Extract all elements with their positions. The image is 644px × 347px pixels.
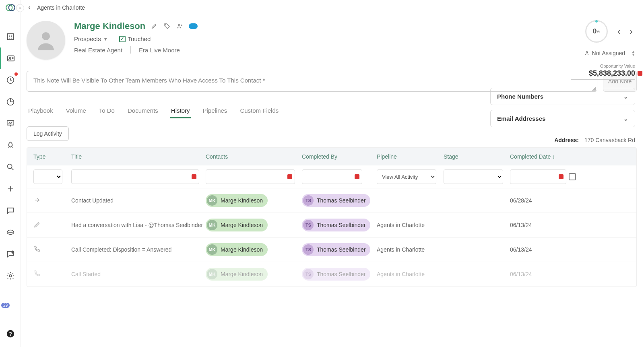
svg-point-7	[7, 164, 12, 169]
svg-point-13	[165, 25, 166, 25]
table-row[interactable]: Call StartedMKMarge KindlesonTSThomas Se…	[27, 262, 636, 287]
sidebar-item-help[interactable]: ?	[0, 323, 21, 345]
column-header-type[interactable]: Type	[33, 153, 71, 160]
share-contact-button[interactable]	[176, 22, 184, 30]
row-date: 06/13/24	[510, 246, 630, 253]
clear-icon[interactable]	[638, 71, 642, 76]
tag-icon	[164, 23, 170, 29]
sidebar-item-activity[interactable]	[0, 69, 21, 91]
avatar-initials: TS	[303, 269, 314, 279]
tab-custom-fields[interactable]: Custom Fields	[239, 104, 279, 118]
sidebar-count-badge: 29	[1, 303, 10, 308]
user-chip[interactable]: TSThomas Seelbinder	[302, 268, 370, 281]
email-addresses-accordion[interactable]: Email Addresses ⌄	[490, 110, 635, 127]
contact-chip[interactable]: MKMarge Kindleson	[206, 219, 268, 231]
column-header-contacts[interactable]: Contacts	[206, 153, 302, 160]
row-title: Had a conversation with Lisa - @Thomas S…	[71, 222, 206, 228]
clear-icon[interactable]	[355, 174, 359, 179]
sidebar-item-compass[interactable]	[0, 221, 21, 243]
table-row[interactable]: Call Completed: Disposition = AnsweredMK…	[27, 238, 636, 262]
sort-icon: ▲▼	[632, 50, 635, 56]
chat-icon	[6, 206, 15, 215]
clear-icon[interactable]	[287, 174, 292, 179]
clear-icon[interactable]	[192, 174, 196, 179]
row-date: 06/13/24	[510, 222, 630, 228]
calendar-icon[interactable]	[569, 173, 576, 180]
phone-icon	[33, 246, 41, 254]
table-row[interactable]: Contact UpdatedMKMarge KindlesonTSThomas…	[27, 188, 636, 213]
contact-card-icon	[6, 54, 15, 63]
user-chip[interactable]: TSThomas Seelbinder	[302, 219, 370, 231]
tab-playbook[interactable]: Playbook	[27, 104, 54, 118]
sidebar-item-reports[interactable]	[0, 91, 21, 113]
accordion-label: Phone Numbers	[497, 93, 543, 100]
sidebar-item-building[interactable]	[0, 26, 21, 48]
contact-role: Real Estate Agent	[74, 47, 122, 54]
filter-contacts-input[interactable]	[206, 169, 295, 184]
contact-chip-name: Marge Kindleson	[221, 246, 263, 253]
contact-avatar[interactable]	[27, 21, 65, 60]
svg-rect-3	[8, 56, 14, 61]
chevron-down-icon: ⌄	[623, 116, 628, 122]
assigned-to-dropdown[interactable]: Not Assigned ▲▼	[584, 50, 635, 56]
filter-title-input[interactable]	[71, 169, 199, 184]
tab-todo[interactable]: To Do	[98, 104, 116, 118]
sidebar-item-launch[interactable]	[0, 134, 21, 156]
tab-history[interactable]: History	[170, 104, 191, 118]
contact-chip[interactable]: MKMarge Kindleson	[206, 268, 268, 281]
contact-chip-name: Marge Kindleson	[221, 222, 263, 228]
presentation-icon	[6, 119, 15, 128]
person-icon	[34, 28, 58, 52]
svg-point-14	[178, 24, 180, 26]
table-row[interactable]: Had a conversation with Lisa - @Thomas S…	[27, 213, 636, 238]
column-header-pipeline[interactable]: Pipeline	[377, 153, 444, 160]
tag-button[interactable]	[163, 22, 171, 30]
user-chip[interactable]: TSThomas Seelbinder	[302, 194, 370, 207]
contact-company: Era Live Moore	[139, 47, 180, 54]
filter-completedby-input[interactable]	[302, 169, 362, 184]
user-chip-name: Thomas Seelbinder	[317, 246, 365, 253]
sidebar-collapse-toggle[interactable]: »	[16, 4, 24, 12]
sidebar-item-settings[interactable]	[0, 265, 21, 287]
tab-documents[interactable]: Documents	[127, 104, 159, 118]
column-header-completed-date[interactable]: Completed Date↓	[510, 153, 630, 160]
filter-date-input[interactable]	[510, 169, 566, 184]
address-value[interactable]: 170 Canvasback Rd	[584, 137, 635, 143]
filter-stage-select[interactable]	[444, 169, 503, 184]
left-sidebar: »	[0, 0, 21, 347]
pie-chart-icon	[6, 97, 15, 106]
opportunity-label: Opportunity Value	[600, 64, 635, 68]
sidebar-item-ai[interactable]	[0, 243, 21, 265]
sidebar-item-contacts[interactable]	[0, 48, 21, 69]
clear-icon[interactable]	[559, 174, 564, 179]
pencil-icon	[33, 221, 41, 229]
tab-volume[interactable]: Volume	[65, 104, 87, 118]
contact-chip[interactable]: MKMarge Kindleson	[206, 194, 268, 207]
sidebar-item-chat[interactable]	[0, 200, 21, 221]
sidebar-item-add[interactable]	[0, 178, 21, 200]
sidebar-item-presentation[interactable]	[0, 113, 21, 134]
avatar-initials: MK	[207, 220, 217, 230]
filter-pipeline-select[interactable]: View All Activity	[377, 169, 436, 184]
status-dropdown[interactable]: Prospects ▼	[74, 35, 108, 42]
filter-type-select[interactable]	[33, 169, 62, 184]
back-button[interactable]: ‹	[26, 2, 33, 12]
sidebar-item-search[interactable]	[0, 156, 21, 178]
contact-chip[interactable]: MKMarge Kindleson	[206, 243, 268, 256]
touched-checkbox[interactable]: ✓	[119, 36, 126, 42]
gauge-unit: %	[597, 29, 600, 34]
salesforce-icon[interactable]	[189, 23, 198, 29]
contact-chip-name: Marge Kindleson	[221, 197, 263, 204]
column-

header-stage[interactable]: Stage	[444, 153, 510, 160]
column-header-title[interactable]: Title	[71, 153, 206, 160]
next-contact-button[interactable]: ›	[627, 24, 635, 39]
prev-contact-button[interactable]: ‹	[615, 24, 623, 39]
edit-name-button[interactable]	[150, 22, 158, 30]
column-header-completed-by[interactable]: Completed By	[302, 153, 377, 160]
breadcrumb-title[interactable]: Agents in Charlotte	[37, 4, 85, 11]
tab-pipelines[interactable]: Pipelines	[202, 104, 228, 118]
app-logo-icon[interactable]	[5, 2, 16, 13]
note-textarea[interactable]: This Note Will Be Visible To Other Team …	[27, 71, 597, 92]
user-chip[interactable]: TSThomas Seelbinder	[302, 243, 370, 256]
log-activity-button[interactable]: Log Activity	[27, 126, 69, 141]
